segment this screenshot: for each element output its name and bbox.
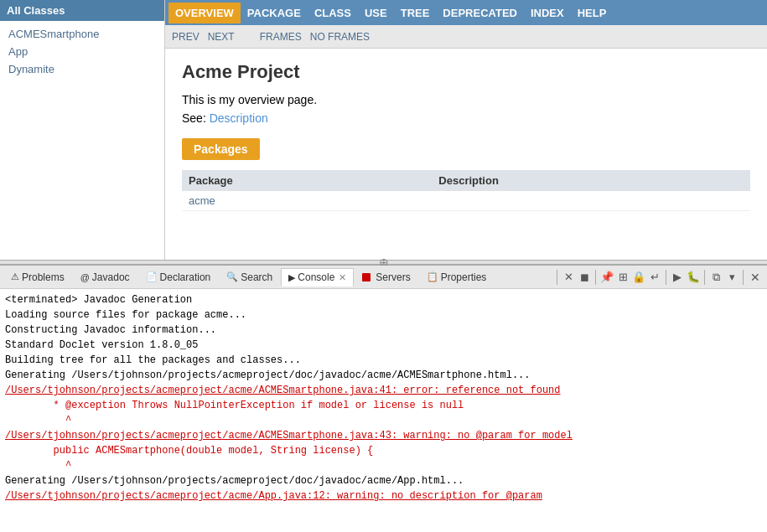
tab-servers-label: Servers (376, 271, 410, 283)
package-link-acme[interactable]: acme (189, 194, 215, 207)
sidebar-header: All Classes (0, 0, 164, 21)
properties-icon: 📋 (427, 271, 438, 282)
toolbar-sep-1 (557, 270, 557, 285)
toolbar-sep-5 (743, 270, 744, 285)
subnav-sep (243, 31, 251, 43)
see-line: See: Description (182, 111, 750, 125)
nav-package[interactable]: PACKAGE (241, 3, 308, 23)
console-line: Standard Doclet version 1.8.0_05 (5, 338, 762, 353)
toolbar-sep-4 (704, 270, 705, 285)
bottom-panel: ⚠ Problems @ Javadoc 📄 Declaration 🔍 Sea… (0, 265, 767, 504)
page-title: Acme Project (182, 61, 750, 83)
console-line: public ACMESmartphone(double model, Stri… (5, 443, 762, 458)
class-sidebar: All Classes ACMESmartphone App Dynamite (0, 0, 165, 260)
console-close[interactable]: ✕ (339, 272, 346, 283)
see-label: See: (182, 111, 206, 125)
javadoc-icon: @ (80, 272, 90, 282)
nav-index[interactable]: INDEX (524, 3, 571, 23)
sidebar-item-app[interactable]: App (0, 43, 164, 60)
see-description-link[interactable]: Description (210, 111, 268, 125)
console-line: Building tree for all the packages and c… (5, 353, 762, 368)
problems-icon: ⚠ (11, 271, 19, 282)
word-wrap-btn[interactable]: ↵ (647, 270, 662, 285)
nav-deprecated[interactable]: DEPRECATED (436, 3, 524, 23)
console-line: Generating /Users/tjohnson/projects/acme… (5, 473, 762, 488)
toolbar-sep-3 (666, 270, 666, 285)
declaration-icon: 📄 (146, 271, 158, 282)
tab-javadoc[interactable]: @ Javadoc (73, 268, 137, 287)
tab-declaration-label: Declaration (160, 271, 211, 283)
sidebar-item-acmesmartphone[interactable]: ACMESmartphone (0, 25, 164, 43)
console-line[interactable]: /Users/tjohnson/projects/acmeproject/acm… (5, 383, 762, 398)
nav-tree[interactable]: TREE (394, 3, 437, 23)
content-area: OVERVIEW PACKAGE CLASS USE TREE DEPRECAT… (165, 0, 767, 260)
console-toolbar: ⚠ Problems @ Javadoc 📄 Declaration 🔍 Sea… (0, 266, 767, 289)
console-line: Constructing Javadoc information... (5, 323, 762, 338)
sub-nav: PREV NEXT FRAMES NO FRAMES (165, 25, 767, 49)
tab-search-label: Search (241, 271, 272, 283)
tab-search[interactable]: 🔍 Search (219, 268, 280, 287)
run-btn[interactable]: ▶ (670, 270, 685, 285)
overview-text: This is my overview page. (182, 93, 750, 106)
nav-overview[interactable]: OVERVIEW (168, 3, 241, 23)
close-panel-btn[interactable]: ✕ (747, 271, 764, 284)
subnav-prev[interactable]: PREV (172, 31, 200, 43)
scroll-lock-btn[interactable]: 🔒 (631, 270, 646, 285)
toolbar-sep-2 (595, 270, 596, 285)
tab-problems[interactable]: ⚠ Problems (3, 268, 72, 287)
layout-btn[interactable]: ⊞ (615, 270, 630, 285)
pin-btn[interactable]: 📌 (599, 270, 614, 285)
package-row: acme (182, 191, 750, 211)
package-desc (432, 191, 750, 211)
packages-col-package: Package (182, 170, 432, 191)
tab-servers[interactable]: Servers (355, 268, 417, 287)
sidebar-item-dynamite[interactable]: Dynamite (0, 60, 164, 78)
server-status-icon (362, 273, 371, 281)
subnav-next[interactable]: NEXT (208, 31, 235, 43)
console-line: ^ (5, 413, 762, 428)
subnav-frames[interactable]: FRAMES (260, 31, 302, 43)
tab-console[interactable]: ▶ Console ✕ (281, 268, 354, 287)
tab-properties[interactable]: 📋 Properties (419, 268, 495, 287)
subnav-noframes[interactable]: NO FRAMES (310, 31, 370, 43)
packages-table: Package Description acme (182, 170, 750, 211)
sidebar-list: ACMESmartphone App Dynamite (0, 21, 164, 82)
packages-button[interactable]: Packages (182, 138, 260, 160)
nav-use[interactable]: USE (358, 3, 394, 23)
console-lines: Loading source files for package acme...… (5, 307, 762, 504)
console-line: * @exception Throws NullPointerException… (5, 398, 762, 413)
packages-col-description: Description (432, 170, 750, 191)
main-content: Acme Project This is my overview page. S… (165, 49, 767, 260)
console-line[interactable]: /Users/tjohnson/projects/acmeproject/acm… (5, 428, 762, 443)
console-line: Generating /Users/tjohnson/projects/acme… (5, 368, 762, 383)
console-line[interactable]: /Users/tjohnson/projects/acmeproject/acm… (5, 488, 762, 504)
open-console-btn[interactable]: ⧉ (708, 270, 723, 285)
tab-problems-label: Problems (22, 271, 65, 283)
nav-help[interactable]: HELP (571, 3, 614, 23)
console-output: <terminated> Javadoc Generation Loading … (0, 289, 767, 504)
tab-console-label: Console (298, 271, 334, 283)
nav-bar: OVERVIEW PACKAGE CLASS USE TREE DEPRECAT… (165, 0, 767, 25)
tab-javadoc-label: Javadoc (92, 271, 130, 283)
clear-console-btn[interactable]: ✕ (561, 270, 576, 285)
debug-btn[interactable]: 🐛 (686, 270, 701, 285)
tab-declaration[interactable]: 📄 Declaration (138, 268, 219, 287)
tab-properties-label: Properties (441, 271, 487, 283)
terminate-btn[interactable]: ◼ (577, 270, 592, 285)
console-terminated: <terminated> Javadoc Generation (5, 292, 762, 307)
console-line: ^ (5, 458, 762, 473)
search-icon: 🔍 (226, 271, 238, 282)
console-line: Loading source files for package acme... (5, 307, 762, 323)
nav-class[interactable]: CLASS (308, 3, 358, 23)
view-menu-btn[interactable]: ▾ (724, 270, 739, 285)
console-icon: ▶ (288, 272, 295, 283)
